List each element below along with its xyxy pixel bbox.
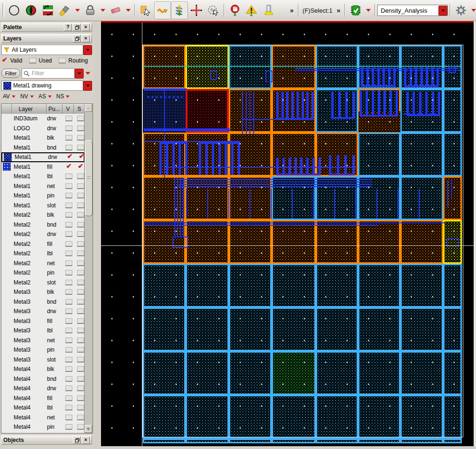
selectable-cell-checkbox[interactable] (77, 145, 84, 150)
av-dropdown-icon[interactable] (12, 95, 16, 98)
selectable-column-header[interactable]: S (74, 104, 85, 114)
valid-cell-checkbox[interactable] (65, 126, 72, 131)
selectable-cell-checkbox[interactable] (77, 308, 84, 314)
selectable-cell-checkbox[interactable] (77, 241, 84, 247)
layer-table-row[interactable]: Metal4fill (1, 394, 85, 403)
layer-table-row[interactable]: Metal3bnd (1, 297, 85, 307)
stop-hand-icon[interactable] (226, 1, 243, 19)
valid-cell-checkbox[interactable] (65, 395, 72, 401)
overflow-chevron-right[interactable]: » (334, 7, 343, 14)
ellipse-tool-icon[interactable] (6, 1, 23, 19)
selectable-cell-checkbox[interactable] (77, 173, 84, 179)
palette-help-button[interactable]: ? (64, 24, 72, 31)
layer-table-row[interactable]: Metal3lbl (1, 326, 85, 336)
layer-scope-combobox[interactable]: All Layers (1, 45, 83, 55)
valid-cell-checkbox[interactable] (65, 347, 72, 353)
valid-cell-checkbox[interactable] (65, 260, 72, 266)
settings-gear-icon[interactable] (453, 1, 469, 19)
selectable-cell-checkbox[interactable] (77, 405, 84, 410)
lock-dropdown-icon[interactable] (101, 9, 105, 12)
objects-close-button[interactable]: × (82, 436, 90, 444)
valid-cell-checkbox[interactable] (65, 135, 72, 141)
selectable-cell-checkbox[interactable] (77, 116, 84, 121)
selectable-cell-checkbox[interactable] (77, 424, 84, 430)
selectable-cell-checkbox[interactable] (77, 212, 84, 218)
selectable-cell-checkbox[interactable] (77, 260, 84, 266)
selectable-cell-checkbox[interactable] (77, 318, 84, 324)
filter-searchbox[interactable]: Filter (22, 68, 75, 79)
layer-table-row[interactable]: IND3dumdrw (1, 114, 85, 124)
layers-close-button[interactable]: × (82, 35, 90, 42)
layer-table-row[interactable]: Metal2blk (1, 210, 85, 220)
valid-cell-checkbox[interactable] (65, 318, 72, 324)
layer-table-row[interactable]: Metal2pin (1, 268, 85, 278)
brush-icon[interactable] (56, 1, 73, 19)
ns-dropdown-icon[interactable] (66, 95, 70, 98)
as-toggle[interactable]: AS (39, 93, 46, 100)
scroll-down-button[interactable] (85, 425, 92, 433)
eraser-dropdown-icon[interactable] (126, 9, 131, 12)
valid-cell-checkbox[interactable] (65, 308, 72, 314)
palette-close-button[interactable]: × (82, 24, 90, 31)
layer-table-row[interactable]: Metal1drw✔✔ (1, 152, 85, 162)
selectable-cell-checkbox[interactable] (77, 376, 84, 382)
layer-table-row[interactable]: Metal1fill✔✔ (1, 162, 85, 172)
selectable-cell-checkbox[interactable] (77, 183, 84, 189)
selectable-cell-checkbox[interactable] (77, 193, 84, 198)
selectable-cell-checkbox[interactable] (77, 347, 84, 353)
selectable-cell-checkbox[interactable] (77, 270, 84, 276)
layer-table-row[interactable]: Metal3blk (1, 287, 85, 297)
valid-column-header[interactable]: V (62, 104, 74, 114)
layer-scope-dropdown-icon[interactable] (83, 45, 92, 55)
scrollbar-thumb[interactable] (85, 140, 93, 216)
valid-cell-checkbox[interactable] (65, 357, 72, 362)
valid-cell-checkbox[interactable] (65, 280, 72, 285)
valid-cell-checkbox[interactable] (65, 222, 72, 228)
lock-icon[interactable] (82, 1, 99, 19)
selectable-cell-checkbox[interactable] (77, 280, 84, 285)
crosshair-icon[interactable] (188, 1, 205, 19)
overflow-chevron-left[interactable]: » (288, 7, 296, 14)
layer-table-row[interactable]: Metal2drw (1, 229, 85, 239)
valid-cell-checkbox[interactable] (65, 241, 72, 247)
objects-restore-button[interactable] (73, 436, 81, 444)
selectable-cell-checkbox[interactable] (77, 289, 84, 295)
layer-table-row[interactable]: Metal2slot (1, 278, 85, 288)
valid-cell-checkbox[interactable] (65, 299, 72, 305)
layer-table-scrollbar[interactable] (84, 104, 93, 433)
layer-table-row[interactable]: Metal3slot (1, 355, 85, 365)
as-dropdown-icon[interactable] (48, 95, 52, 98)
marker-icon[interactable] (260, 1, 277, 19)
layer-table-row[interactable]: Metal4net (1, 413, 85, 423)
zoom-select-icon[interactable] (205, 1, 222, 19)
valid-cell-checkbox[interactable] (65, 289, 72, 295)
layers-titlebar[interactable]: Layers × (1, 34, 92, 43)
selectable-cell-checkbox[interactable] (77, 126, 84, 131)
routing-checkbox[interactable] (59, 58, 66, 63)
selectable-cell-checkbox[interactable] (77, 328, 84, 333)
valid-cell-checkbox[interactable] (65, 251, 72, 256)
valid-cell-checkbox[interactable] (65, 424, 72, 430)
selectable-cell-checkbox[interactable] (77, 203, 84, 208)
valid-cell-checkbox[interactable] (65, 415, 72, 420)
layer-table-row[interactable]: Metal3net (1, 336, 85, 346)
layer-table-row[interactable]: Metal4blk (1, 364, 85, 374)
selectable-cell-checkbox[interactable] (77, 135, 84, 141)
selectable-cell-checkbox[interactable] (77, 231, 84, 237)
selectable-cell-checkbox[interactable] (77, 251, 84, 256)
layer-table-row[interactable]: Metal1slot (1, 201, 85, 211)
valid-cell-checkbox[interactable] (65, 366, 72, 372)
layer-table-row[interactable]: Metal4drw (1, 384, 85, 394)
scroll-up-button[interactable] (85, 104, 92, 112)
layer-table-row[interactable]: Metal2bnd (1, 220, 85, 230)
valid-cell-checkbox[interactable] (65, 376, 72, 382)
panel-splitter[interactable] (94, 21, 101, 449)
valid-cell-checkbox[interactable] (65, 193, 72, 198)
valid-cell-checkbox[interactable] (65, 328, 72, 333)
valid-cell-checkbox[interactable] (65, 203, 72, 208)
brush-dropdown-icon[interactable] (75, 9, 80, 12)
filter-dropdown-icon[interactable] (75, 69, 84, 79)
layout-canvas[interactable] (101, 21, 476, 449)
partial-select-icon[interactable] (137, 1, 154, 19)
valid-cell-checkbox[interactable] (65, 212, 72, 218)
